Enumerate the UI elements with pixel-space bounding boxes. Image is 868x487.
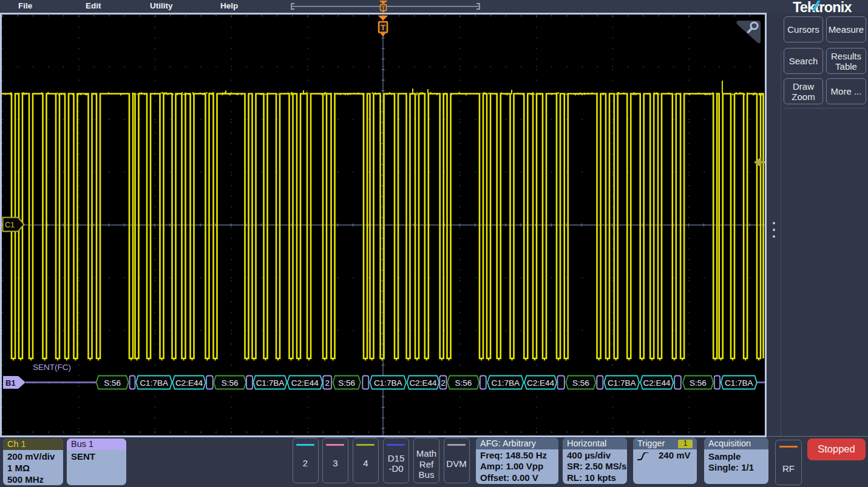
svg-text:C1:7BA: C1:7BA (374, 378, 402, 388)
svg-text:C1:7BA: C1:7BA (256, 378, 285, 388)
svg-text:S:56: S:56 (104, 378, 121, 388)
svg-text:T: T (382, 4, 385, 11)
svg-text:C1:7BA: C1:7BA (608, 378, 636, 388)
svg-text:T: T (381, 23, 385, 32)
svg-text:B1: B1 (5, 378, 16, 388)
svg-text:S:56: S:56 (572, 378, 589, 388)
svg-text:C1:7BA: C1:7BA (725, 378, 753, 388)
svg-text:C2:E44: C2:E44 (175, 378, 203, 388)
svg-text:C2:E44: C2:E44 (291, 378, 319, 388)
svg-text:C2:E44: C2:E44 (527, 378, 555, 388)
svg-text:C1: C1 (5, 221, 15, 229)
svg-text:S:56: S:56 (222, 378, 239, 388)
svg-text:C1:7BA: C1:7BA (492, 378, 520, 388)
svg-text:2: 2 (441, 378, 446, 388)
svg-text:C2:E44: C2:E44 (409, 378, 437, 388)
svg-text:S:56: S:56 (338, 378, 355, 388)
svg-text:SENT(FC): SENT(FC) (33, 363, 71, 372)
svg-text:2: 2 (325, 378, 330, 388)
svg-text:C2:E44: C2:E44 (643, 378, 671, 388)
svg-text:S:56: S:56 (690, 378, 707, 388)
svg-text:S:56: S:56 (455, 378, 472, 388)
svg-text:C1:7BA: C1:7BA (140, 378, 168, 388)
